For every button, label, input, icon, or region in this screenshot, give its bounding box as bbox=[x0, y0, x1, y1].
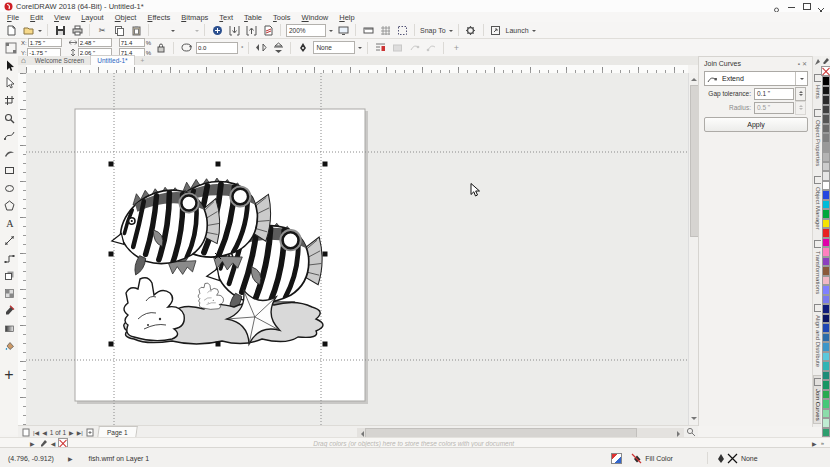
color-swatch[interactable] bbox=[822, 257, 830, 267]
first-page-icon[interactable]: |◀ bbox=[33, 429, 39, 436]
scroll-left-icon[interactable] bbox=[358, 431, 364, 437]
menu-item[interactable]: Table bbox=[244, 13, 262, 22]
menu-item[interactable]: Help bbox=[339, 13, 354, 22]
color-swatch[interactable] bbox=[822, 323, 830, 333]
menu-item[interactable]: Effects bbox=[147, 13, 170, 22]
pick-tool[interactable] bbox=[2, 59, 16, 72]
publish-pdf-icon[interactable] bbox=[261, 24, 275, 37]
freehand-tool[interactable] bbox=[2, 129, 16, 142]
color-swatch[interactable] bbox=[822, 171, 830, 181]
menu-item[interactable]: Layout bbox=[81, 13, 104, 22]
zoom-level-combo[interactable]: 200% bbox=[286, 24, 326, 37]
menu-item[interactable]: Text bbox=[219, 13, 233, 22]
close-button[interactable] bbox=[816, 2, 828, 10]
color-eyedropper-tool[interactable] bbox=[2, 304, 16, 317]
doc-palette-scroll-left-icon[interactable]: ◀ bbox=[51, 440, 56, 447]
color-swatch[interactable] bbox=[822, 314, 830, 324]
search-content-icon[interactable] bbox=[210, 24, 224, 37]
menu-item[interactable]: Edit bbox=[30, 13, 43, 22]
transparency-tool[interactable] bbox=[2, 287, 16, 300]
menu-item[interactable]: Window bbox=[302, 13, 329, 22]
color-swatch[interactable] bbox=[822, 399, 830, 409]
color-swatch[interactable] bbox=[822, 200, 830, 210]
account-icon[interactable] bbox=[770, 2, 782, 10]
docker-pin-icon[interactable] bbox=[814, 58, 821, 66]
gap-tolerance-spinner[interactable] bbox=[795, 87, 806, 101]
color-swatch[interactable] bbox=[822, 95, 830, 105]
menu-item[interactable]: Object bbox=[115, 13, 137, 22]
color-swatch[interactable] bbox=[822, 181, 830, 191]
color-swatch[interactable] bbox=[822, 304, 830, 314]
shape-tool[interactable] bbox=[2, 77, 16, 90]
wrap-text-icon[interactable] bbox=[373, 41, 387, 54]
add-tool-plus-icon[interactable]: + bbox=[2, 369, 16, 382]
color-swatch[interactable] bbox=[822, 409, 830, 419]
horizontal-scrollbar[interactable] bbox=[357, 428, 685, 437]
color-swatch[interactable] bbox=[822, 276, 830, 286]
launch-dropdown-icon[interactable] bbox=[532, 30, 536, 34]
new-document-icon[interactable] bbox=[4, 24, 18, 37]
export-icon[interactable] bbox=[244, 24, 258, 37]
options-gear-icon[interactable] bbox=[464, 24, 478, 37]
color-swatch[interactable] bbox=[822, 152, 830, 162]
color-swatch[interactable] bbox=[822, 133, 830, 143]
scroll-right-icon[interactable] bbox=[677, 431, 683, 437]
open-dropdown-icon[interactable] bbox=[38, 30, 42, 34]
color-swatch[interactable] bbox=[822, 285, 830, 295]
new-tab-plus-icon[interactable]: + bbox=[135, 56, 151, 65]
menu-item[interactable]: File bbox=[7, 13, 19, 22]
minimize-button[interactable] bbox=[786, 2, 798, 10]
maximize-button[interactable] bbox=[801, 2, 813, 10]
join-mode-dropdown-icon[interactable] bbox=[795, 72, 807, 85]
polygon-tool[interactable] bbox=[2, 199, 16, 212]
customize-plus-icon[interactable]: + bbox=[449, 41, 463, 54]
palette-eyedropper-icon[interactable] bbox=[822, 57, 830, 66]
launch-button[interactable]: Launch bbox=[506, 27, 529, 34]
fullscreen-preview-icon[interactable] bbox=[336, 24, 350, 37]
cut-icon[interactable]: ✂ bbox=[95, 24, 109, 37]
color-swatch[interactable] bbox=[822, 76, 830, 86]
menu-item[interactable]: Bitmaps bbox=[181, 13, 208, 22]
color-swatch[interactable] bbox=[822, 219, 830, 229]
tab-welcome-screen[interactable]: Welcome Screen bbox=[29, 56, 90, 65]
outline-width-combo[interactable]: None bbox=[313, 41, 355, 54]
color-swatch[interactable] bbox=[822, 143, 830, 153]
scroll-up-icon[interactable] bbox=[691, 75, 697, 81]
smart-fill-tool[interactable] bbox=[2, 339, 16, 352]
color-swatch[interactable] bbox=[822, 428, 830, 438]
zoom-scrollbar-icon[interactable] bbox=[686, 427, 696, 437]
add-page-icon[interactable] bbox=[86, 428, 94, 437]
welcome-home-icon[interactable]: ⌂ bbox=[18, 56, 29, 65]
color-swatch[interactable] bbox=[822, 238, 830, 248]
lock-ratio-icon[interactable] bbox=[154, 41, 168, 54]
last-page-icon[interactable]: ▶| bbox=[77, 429, 83, 436]
color-swatch[interactable] bbox=[822, 418, 830, 428]
previous-page-icon[interactable]: ◀ bbox=[42, 429, 47, 436]
show-grid-icon[interactable] bbox=[378, 24, 392, 37]
mirror-vertical-icon[interactable] bbox=[271, 41, 285, 54]
show-guidelines-icon[interactable] bbox=[395, 24, 409, 37]
outline-width-dropdown-icon[interactable] bbox=[358, 47, 362, 51]
doc-palette-scroll-right-icon[interactable]: ▶ bbox=[812, 440, 817, 447]
zoom-tool[interactable] bbox=[2, 112, 16, 125]
open-folder-icon[interactable] bbox=[21, 24, 35, 37]
color-swatch[interactable] bbox=[822, 342, 830, 352]
mirror-horizontal-icon[interactable] bbox=[254, 41, 268, 54]
color-swatch[interactable] bbox=[822, 266, 830, 276]
color-swatch[interactable] bbox=[822, 390, 830, 400]
save-icon[interactable] bbox=[53, 24, 67, 37]
color-swatch[interactable] bbox=[822, 86, 830, 96]
paste-icon[interactable] bbox=[129, 24, 143, 37]
snap-to-dropdown-icon[interactable] bbox=[449, 30, 453, 34]
undo-icon[interactable] bbox=[154, 24, 168, 37]
rotation-angle-input[interactable] bbox=[196, 42, 238, 54]
page-setup-icon[interactable] bbox=[22, 428, 30, 437]
artistic-media-tool[interactable] bbox=[2, 147, 16, 160]
zoom-dropdown-icon[interactable] bbox=[329, 30, 333, 34]
dimension-tool[interactable] bbox=[2, 234, 16, 247]
crop-tool[interactable] bbox=[2, 94, 16, 107]
gap-tolerance-input[interactable]: 0.1 " bbox=[754, 88, 794, 100]
launch-icon[interactable] bbox=[489, 24, 503, 37]
color-swatch[interactable] bbox=[822, 162, 830, 172]
color-swatch[interactable] bbox=[822, 352, 830, 362]
